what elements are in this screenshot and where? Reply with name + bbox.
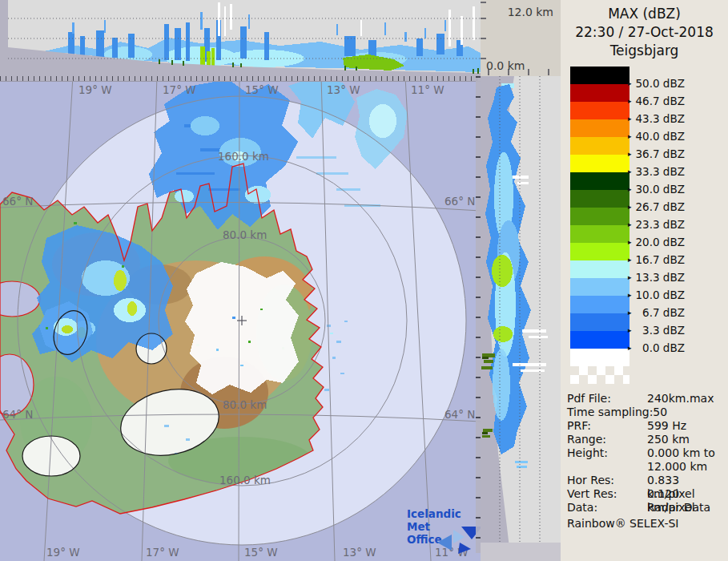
scale-band: [570, 119, 629, 137]
scale-band: [570, 208, 629, 225]
radar-map-art: [0, 76, 481, 561]
scale-label: ▸36.7 dBZ: [628, 147, 724, 160]
scale-label: ▸16.7 dBZ: [628, 253, 724, 266]
side-height-profile-panel: [481, 76, 561, 561]
scale-label: ▸26.7 dBZ: [628, 200, 724, 213]
scale-label: ▸40.0 dBZ: [628, 130, 724, 143]
scale-band: [570, 102, 629, 119]
info-row: Range:250 km: [567, 433, 726, 446]
height-ticks: [481, 0, 486, 76]
info-row: PRF:599 Hz: [567, 419, 726, 433]
info-row: Pdf File:240km.max: [567, 392, 726, 406]
station-name: Teigsbjarg: [561, 42, 728, 60]
scale-band: [570, 155, 629, 172]
scale-band: [570, 313, 629, 331]
height-max-label: 12.0 km: [508, 6, 553, 18]
scale-label: ▸3.3 dBZ: [628, 324, 724, 337]
scale-label: ▸10.0 dBZ: [628, 289, 724, 301]
scale-band: [570, 296, 629, 313]
info-row: Data:Radar Data: [567, 501, 726, 515]
info-row: Height:0.000 km to 12.000 km: [567, 446, 726, 474]
side-profile-echo-art: [481, 76, 561, 561]
legend-panel: MAX (dBZ) 22:30 / 27-Oct-2018 Teigsbjarg…: [561, 0, 728, 561]
scale-band: [570, 172, 629, 190]
top-height-profile-panel: [0, 0, 481, 76]
height-min-label: 0.0 km: [486, 59, 525, 72]
scale-label: ▸6.7 dBZ: [628, 306, 724, 319]
top-profile-echo-art: [0, 0, 481, 76]
scale-band: [570, 243, 629, 260]
scale-band: [570, 260, 629, 278]
scale-label: ▸23.3 dBZ: [628, 218, 724, 231]
met-office-logo: Icelandic Met Office: [407, 507, 483, 552]
scale-label: ▸43.3 dBZ: [628, 112, 724, 125]
scale-band: [570, 84, 629, 102]
info-row: Hor Res:0.833 km/pixel: [567, 474, 726, 487]
scale-label: ▸33.3 dBZ: [628, 165, 724, 178]
scale-band: [570, 278, 629, 296]
height-scale-box: 12.0 km 0.0 km: [481, 0, 561, 76]
radar-application-window: { "panel": { "height_top": "12.0 km", "h…: [0, 0, 728, 561]
info-row: Vert Res:0.120 km/pixel: [567, 487, 726, 501]
map-top-ruler: [0, 76, 481, 82]
scale-band-transparent: [570, 366, 629, 384]
brand-label: Rainbow® SELEX-SI: [567, 517, 678, 530]
color-scale: [570, 67, 629, 349]
product-info-list: Pdf File:240km.maxTime sampling:50PRF:59…: [567, 392, 726, 515]
info-row: Time sampling:50: [567, 406, 726, 419]
scale-band: [570, 225, 629, 243]
scale-label: ▸46.7 dBZ: [628, 95, 724, 107]
legend-header: MAX (dBZ) 22:30 / 27-Oct-2018 Teigsbjarg: [561, 5, 728, 60]
scale-band: [570, 331, 629, 349]
radar-map: 19° W19° W17° W17° W15° W15° W13° W13° W…: [0, 76, 481, 561]
scale-label: ▸20.0 dBZ: [628, 236, 724, 248]
scale-band: [570, 190, 629, 208]
scale-label: ▸50.0 dBZ: [628, 77, 724, 90]
product-timestamp: 22:30 / 27-Oct-2018: [561, 23, 728, 42]
scale-label: ▸0.0 dBZ: [628, 341, 724, 354]
scale-label: ▸30.0 dBZ: [628, 183, 724, 196]
scale-band: [570, 137, 629, 155]
scale-band: [570, 67, 629, 84]
scale-label: ▸13.3 dBZ: [628, 271, 724, 284]
scale-band-below-min: [570, 349, 629, 366]
product-title: MAX (dBZ): [561, 5, 728, 23]
